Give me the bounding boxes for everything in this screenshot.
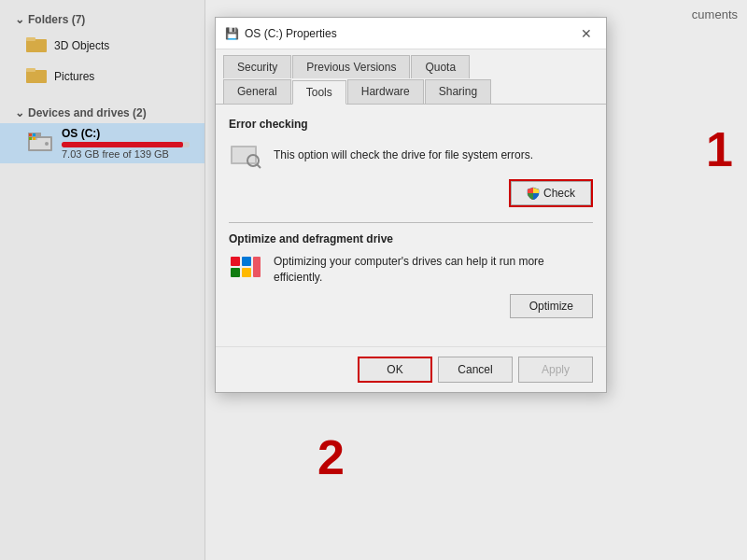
optimize-btn-area: Optimize	[229, 294, 593, 318]
optimize-desc: Optimizing your computer's drives can he…	[274, 254, 593, 286]
properties-dialog: 💾 OS (C:) Properties ✕ Security Previous…	[215, 17, 607, 393]
dialog-footer: OK Cancel Apply	[216, 346, 606, 392]
svg-rect-18	[242, 257, 251, 266]
check-button-highlight: Check	[509, 179, 593, 207]
svg-line-16	[257, 164, 261, 168]
tabs-row-2: General Tools Hardware Sharing	[223, 79, 599, 104]
optimize-content: Optimizing your computer's drives can he…	[229, 253, 593, 287]
close-button[interactable]: ✕	[576, 23, 597, 44]
svg-rect-20	[242, 268, 251, 277]
tab-tools[interactable]: Tools	[292, 80, 346, 105]
ok-button[interactable]: OK	[358, 357, 432, 383]
tab-previous-versions[interactable]: Previous Versions	[292, 55, 410, 78]
tabs-row-1: Security Previous Versions Quota	[223, 55, 599, 78]
apply-button[interactable]: Apply	[518, 357, 593, 383]
tab-security[interactable]: Security	[223, 55, 291, 78]
error-checking-section: Error checking This option will check th…	[229, 118, 593, 207]
error-check-icon	[229, 138, 262, 172]
error-checking-content: This option will check the drive for fil…	[229, 138, 593, 172]
optimize-title: Optimize and defragment drive	[229, 232, 593, 245]
error-checking-desc: This option will check the drive for fil…	[274, 147, 593, 163]
dialog-title-icon: 💾	[225, 27, 239, 40]
svg-rect-21	[253, 257, 261, 277]
check-button[interactable]: Check	[511, 181, 591, 205]
error-checking-btn-area: Check	[229, 179, 593, 207]
dialog-title: 💾 OS (C:) Properties	[225, 27, 337, 40]
cancel-button[interactable]: Cancel	[438, 357, 513, 383]
check-button-label: Check	[543, 187, 575, 200]
tab-general[interactable]: General	[223, 79, 291, 104]
optimize-icon	[229, 253, 262, 287]
tab-hardware[interactable]: Hardware	[347, 79, 424, 104]
svg-rect-17	[231, 257, 240, 266]
tabs-container: Security Previous Versions Quota General…	[216, 49, 606, 104]
section-divider	[229, 222, 593, 223]
shield-icon	[527, 187, 540, 200]
tab-sharing[interactable]: Sharing	[425, 79, 491, 104]
optimize-button[interactable]: Optimize	[510, 294, 593, 318]
svg-rect-19	[231, 268, 240, 277]
error-checking-title: Error checking	[229, 118, 593, 131]
optimize-section: Optimize and defragment drive Optimizing…	[229, 232, 593, 318]
dialog-titlebar: 💾 OS (C:) Properties ✕	[216, 18, 606, 49]
tab-quota[interactable]: Quota	[411, 55, 470, 78]
dialog-body: Error checking This option will check th…	[216, 104, 606, 346]
